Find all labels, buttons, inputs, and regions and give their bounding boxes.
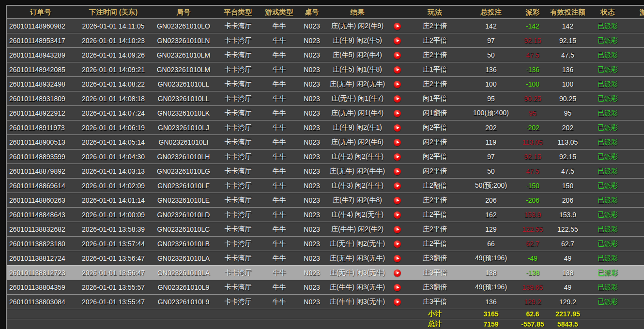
play-icon <box>397 97 399 100</box>
cell-payout: 62.7 <box>518 237 547 251</box>
play-video-button[interactable] <box>394 299 401 306</box>
cell-time: 2026-01-01 14:06:19 <box>75 120 152 135</box>
cell-video <box>388 33 406 48</box>
play-video-button[interactable] <box>394 284 401 291</box>
cell-extra <box>627 48 644 62</box>
play-video-button[interactable] <box>394 81 401 88</box>
play-video-button[interactable] <box>394 197 401 204</box>
play-video-button[interactable] <box>394 139 401 146</box>
cell-game: 牛牛 <box>261 295 297 309</box>
column-header-round: 局号 <box>152 6 215 19</box>
cell-time: 2026-01-01 13:55:57 <box>75 280 152 295</box>
cell-order: 260101148942085 <box>7 62 75 77</box>
cell-valid: 47.5 <box>547 48 588 62</box>
play-video-button[interactable] <box>394 240 401 248</box>
table-row[interactable]: 2601011388231802026-01-01 13:57:44GN0232… <box>7 237 644 251</box>
play-video-button[interactable] <box>394 182 401 190</box>
cell-status: 已派彩 <box>588 251 627 266</box>
play-video-button[interactable] <box>394 226 401 233</box>
table-row[interactable]: 2601011388030842026-01-01 13:55:47GN0232… <box>7 295 644 309</box>
table-row[interactable]: 2601011388043592026-01-01 13:55:57GN0232… <box>7 280 644 295</box>
subtotal-spacer-right <box>588 309 644 319</box>
subtotal-total-bet: 3165 <box>464 309 518 319</box>
cell-game: 牛牛 <box>261 120 297 135</box>
cell-platform: 卡卡湾厅 <box>215 266 261 280</box>
table-row[interactable]: 2601011489324982026-01-01 14:08:22GN0232… <box>7 77 644 91</box>
play-video-button[interactable] <box>394 269 401 277</box>
cell-bet: 162 <box>464 208 518 222</box>
cell-time: 2026-01-01 14:00:09 <box>75 208 152 222</box>
cell-play-type: 庄2平倍 <box>406 19 464 33</box>
play-video-button[interactable] <box>394 153 401 161</box>
table-row[interactable]: 2601011388127232026-01-01 13:56:47GN0232… <box>7 266 644 280</box>
cell-order: 260101138803084 <box>7 295 75 309</box>
table-row[interactable]: 2601011488486432026-01-01 14:00:09GN0232… <box>7 208 644 222</box>
play-video-button[interactable] <box>394 255 401 262</box>
table-row[interactable]: 2601011489432892026-01-01 14:09:26GN0232… <box>7 48 644 62</box>
cell-table-no: N023 <box>297 280 326 295</box>
play-video-button[interactable] <box>394 211 401 219</box>
play-icon <box>397 155 399 158</box>
play-video-button[interactable] <box>394 110 401 117</box>
cell-table-no: N023 <box>297 179 326 193</box>
table-row[interactable]: 2601011488798922026-01-01 14:03:13GN0232… <box>7 164 644 179</box>
cell-table-no: N023 <box>297 266 326 280</box>
cell-table-no: N023 <box>297 106 326 120</box>
cell-table-no: N023 <box>297 91 326 106</box>
table-row[interactable]: 2601011489609822026-01-01 14:11:05GN0232… <box>7 19 644 33</box>
cell-time: 2026-01-01 14:11:05 <box>75 19 152 33</box>
cell-round: GN023261010LA <box>152 266 215 280</box>
play-video-button[interactable] <box>394 37 401 45</box>
table-row[interactable]: 2601011489229122026-01-01 14:07:24GN0232… <box>7 106 644 120</box>
cell-video <box>388 91 406 106</box>
cell-status: 已派彩 <box>588 106 627 120</box>
cell-valid: 206 <box>547 193 588 208</box>
cell-extra <box>627 33 644 48</box>
cell-platform: 卡卡湾厅 <box>215 280 261 295</box>
play-video-button[interactable] <box>394 23 401 30</box>
cell-platform: 卡卡湾厅 <box>215 33 261 48</box>
play-icon <box>397 126 399 129</box>
cell-result: 庄(无牛) 闲2(牛6) <box>326 135 388 150</box>
cell-order: 260101148900513 <box>7 135 75 150</box>
cell-table-no: N023 <box>297 150 326 164</box>
table-row[interactable]: 2601011488696142026-01-01 14:02:09GN0232… <box>7 179 644 193</box>
table-row[interactable]: 2601011489119732026-01-01 14:06:19GN0232… <box>7 120 644 135</box>
cell-platform: 卡卡湾厅 <box>215 19 261 33</box>
table-row[interactable]: 2601011388127242026-01-01 13:56:47GN0232… <box>7 251 644 266</box>
cell-extra <box>627 193 644 208</box>
play-icon <box>397 141 399 144</box>
cell-play-type: 闲2平倍 <box>406 135 464 150</box>
cell-time: 2026-01-01 13:56:47 <box>75 266 152 280</box>
cell-valid: 153.9 <box>547 208 588 222</box>
table-row[interactable]: 2601011489534172026-01-01 14:10:23GN0232… <box>7 33 644 48</box>
table-row[interactable]: 2601011489318092026-01-01 14:08:18GN0232… <box>7 91 644 106</box>
cell-table-no: N023 <box>297 135 326 150</box>
play-video-button[interactable] <box>394 66 401 74</box>
cell-time: 2026-01-01 14:10:23 <box>75 33 152 48</box>
table-row[interactable]: 2601011489005132026-01-01 14:05:14GN0232… <box>7 135 644 150</box>
total-valid-bet: 5843.5 <box>547 319 588 329</box>
cell-status: 已派彩 <box>588 33 627 48</box>
cell-status: 已派彩 <box>588 19 627 33</box>
cell-valid: 129.2 <box>547 295 588 309</box>
play-video-button[interactable] <box>394 124 401 132</box>
column-header-platform: 平台类型 <box>215 6 261 19</box>
cell-play-type: 庄2平倍 <box>406 208 464 222</box>
cell-status: 已派彩 <box>588 164 627 179</box>
cell-game: 牛牛 <box>261 266 297 280</box>
cell-round: GN023261010LB <box>152 237 215 251</box>
cell-order: 260101138804359 <box>7 280 75 295</box>
cell-bet: 206 <box>464 193 518 208</box>
table-row[interactable]: 2601011488602632026-01-01 14:01:14GN0232… <box>7 193 644 208</box>
table-row[interactable]: 2601011488935992026-01-01 14:04:30GN0232… <box>7 150 644 164</box>
play-video-button[interactable] <box>394 52 401 59</box>
table-row[interactable]: 2601011388326822026-01-01 13:58:39GN0232… <box>7 222 644 237</box>
cell-bet: 50 <box>464 164 518 179</box>
play-video-button[interactable] <box>394 168 401 175</box>
cell-result: 庄(牛2) 闲2(牛牛) <box>326 150 388 164</box>
cell-order: 260101148879892 <box>7 164 75 179</box>
play-video-button[interactable] <box>394 95 401 103</box>
table-row[interactable]: 2601011489420852026-01-01 14:09:21GN0232… <box>7 62 644 77</box>
cell-game: 牛牛 <box>261 48 297 62</box>
